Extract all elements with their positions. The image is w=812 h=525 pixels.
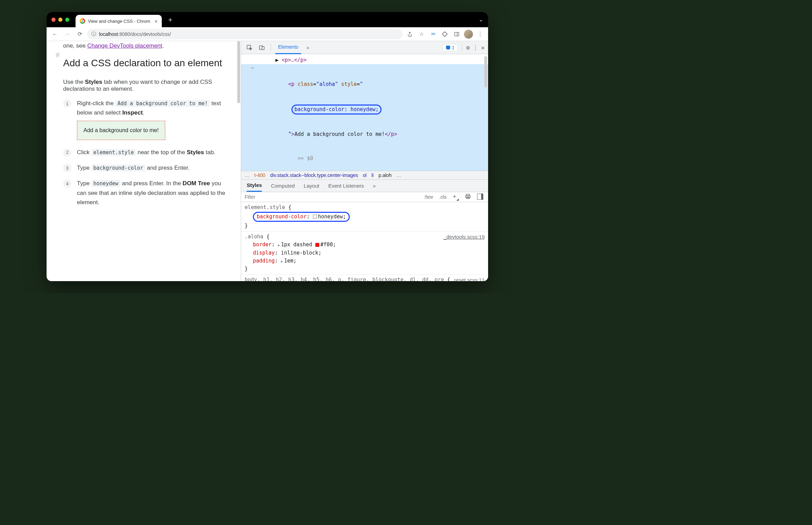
forward-button[interactable]: → <box>62 29 72 39</box>
page-content[interactable]: one, see Change DevTools placement. # Ad… <box>47 41 241 281</box>
selector-match[interactable]: p <box>338 277 341 281</box>
site-info-icon[interactable]: ⓘ <box>91 31 96 37</box>
css-value[interactable]: 1px dashed <box>281 241 315 248</box>
tab-computed[interactable]: Computed <box>271 183 295 189</box>
color-swatch-icon[interactable] <box>313 215 317 219</box>
url-path: /docs/devtools/css/ <box>130 31 171 37</box>
tab-event-listeners[interactable]: Event Listeners <box>328 183 364 189</box>
titlebar: View and change CSS - Chrom × ＋ ⌄ <box>47 12 488 27</box>
css-property[interactable]: padding <box>253 258 275 264</box>
tab-layout[interactable]: Layout <box>304 183 319 189</box>
rule-element-style[interactable]: element.style { background-color: honeyd… <box>241 202 488 231</box>
more-styles-tabs-button[interactable]: » <box>373 183 376 189</box>
code-snippet: Add a background color to me! <box>115 100 210 107</box>
chrome-menu-button[interactable]: ⋮ <box>476 30 485 39</box>
new-tab-button[interactable]: ＋ <box>165 15 175 24</box>
issues-badge[interactable]: 1 <box>443 44 458 51</box>
color-swatch-icon[interactable] <box>315 243 319 247</box>
settings-button[interactable]: ⚙ <box>466 44 470 51</box>
browser-tab[interactable]: View and change CSS - Chrom × <box>76 15 162 27</box>
css-property[interactable]: display <box>253 250 275 256</box>
bc-item[interactable]: t-400 <box>254 172 265 178</box>
more-tabs-button[interactable]: » <box>304 41 312 54</box>
tab-styles[interactable]: Styles <box>247 179 262 192</box>
text: Click <box>77 149 91 156</box>
bc-item-active[interactable]: p.aloh <box>378 172 392 178</box>
css-value[interactable]: 1em <box>284 258 294 264</box>
profile-avatar[interactable] <box>464 30 473 39</box>
tabstrip-menu-button[interactable]: ⌄ <box>479 17 483 23</box>
source-link[interactable]: _devtools.scss:19 <box>444 233 485 241</box>
css-value[interactable]: honeydew <box>318 214 343 220</box>
text: DOM Tree <box>182 180 210 187</box>
bc-item[interactable]: ol <box>363 172 367 178</box>
styles-rules[interactable]: element.style { background-color: honeyd… <box>241 202 488 281</box>
extensions-button[interactable] <box>440 30 449 39</box>
expand-icon[interactable]: ▶ <box>278 243 280 247</box>
anchor-hash-icon[interactable]: # <box>56 51 60 60</box>
bc-item[interactable]: li <box>372 172 374 178</box>
source-link[interactable]: _reset.scss:11 <box>451 276 485 281</box>
selector[interactable]: body, h1, h2, h3, h4, h5, h6, <box>245 277 338 281</box>
css-property[interactable]: background-color <box>257 214 307 220</box>
device-toggle-button[interactable] <box>257 43 267 52</box>
rule-reset[interactable]: _reset.scss:11 body, h1, h2, h3, h4, h5,… <box>241 275 488 281</box>
print-media-button[interactable] <box>464 194 472 200</box>
separator <box>271 44 271 51</box>
selector[interactable]: element.style <box>245 204 285 210</box>
devtools-toolbar: Elements » 1 ⚙ ⋮ ✕ <box>241 41 488 54</box>
bc-overflow[interactable]: … <box>245 172 249 178</box>
close-window-button[interactable] <box>51 18 56 22</box>
overflow-indicator-icon[interactable]: ⋯ <box>247 64 254 170</box>
selector[interactable]: .aloha <box>245 234 263 240</box>
style-declaration: background-color: honeydew; <box>295 106 379 112</box>
dom-tree[interactable]: ▶ <p>…</p> ⋯ <p class="aloha" style=" ba… <box>241 54 488 171</box>
svg-rect-0 <box>455 32 459 36</box>
side-panel-button[interactable] <box>452 30 461 39</box>
step-item: 2 Click element.style near the top of th… <box>63 148 230 157</box>
inspect-element-button[interactable] <box>245 43 254 52</box>
new-rule-button[interactable]: +◢ <box>451 193 460 201</box>
bc-item[interactable]: div.stack.stack--block.type.center-image… <box>270 172 358 178</box>
step-text: Right-click the Add a background color t… <box>77 99 230 141</box>
close-tab-button[interactable]: × <box>155 18 158 24</box>
placement-link[interactable]: Change DevTools placement <box>87 42 162 49</box>
styles-panel-tabs: Styles Computed Layout Event Listeners » <box>241 180 488 192</box>
computed-sidebar-button[interactable] <box>476 194 485 201</box>
example-box[interactable]: Add a background color to me! <box>77 121 165 140</box>
rule-aloha[interactable]: _devtools.scss:19 .aloha { border: ▶1px … <box>241 231 488 275</box>
dom-line[interactable]: ▶ <p>…</p> <box>241 56 488 64</box>
devtools-menu-button[interactable]: ⋮ <box>473 44 478 51</box>
text: Inspect <box>122 109 143 116</box>
step-text: Type honeydew and press Enter. In the DO… <box>77 179 230 207</box>
back-button[interactable]: ← <box>50 29 60 39</box>
scissors-extension-icon[interactable]: ✂ <box>429 30 438 39</box>
highlighted-declaration: background-color: honeydew; <box>253 212 350 222</box>
css-value[interactable]: inline-block <box>281 250 318 256</box>
hov-toggle[interactable]: :hov <box>423 194 434 200</box>
tab-elements[interactable]: Elements <box>275 41 301 54</box>
close-devtools-button[interactable]: ✕ <box>481 44 485 51</box>
styles-filter-row: :hov .cls +◢ <box>241 192 488 202</box>
minimize-window-button[interactable] <box>58 18 62 22</box>
text: tab. <box>204 149 216 156</box>
dom-breadcrumb[interactable]: … t-400 div.stack.stack--block.type.cent… <box>241 171 488 180</box>
expand-icon[interactable]: ▶ <box>281 259 283 263</box>
cls-toggle[interactable]: .cls <box>438 194 448 200</box>
code-snippet: background-color <box>91 165 146 171</box>
tab-title: View and change CSS - Chrom <box>88 19 150 24</box>
address-bar[interactable]: ⓘ localhost:8080/docs/devtools/css/ <box>87 29 403 39</box>
reload-button[interactable]: ⟳ <box>75 29 85 39</box>
bc-overflow[interactable]: … <box>396 172 401 178</box>
css-property[interactable]: border <box>253 241 271 248</box>
dom-line-selected[interactable]: ⋯ <p class="aloha" style=" background-co… <box>241 64 488 170</box>
bookmark-button[interactable]: ☆ <box>417 30 426 39</box>
share-button[interactable] <box>405 30 414 39</box>
step-number: 3 <box>63 164 71 172</box>
browser-toolbar: ← → ⟳ ⓘ localhost:8080/docs/devtools/css… <box>47 27 488 41</box>
maximize-window-button[interactable] <box>65 18 69 22</box>
css-value[interactable]: #f00 <box>320 241 333 248</box>
page-scrollbar[interactable] <box>237 41 240 103</box>
selector[interactable]: , figure, blockquote, dl, dd, pre <box>341 277 444 281</box>
styles-filter-input[interactable] <box>245 194 419 200</box>
